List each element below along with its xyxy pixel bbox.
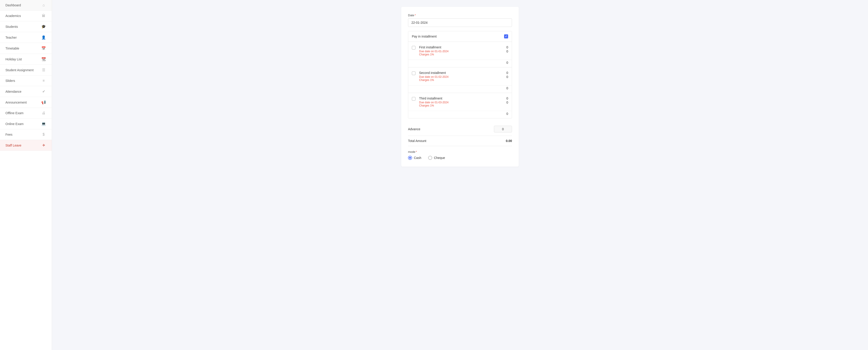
sidebar-item-label: Online Exam (5, 122, 41, 126)
first-installment-checkbox[interactable] (412, 46, 415, 50)
mode-field: mode* Cash Cheque (408, 150, 512, 160)
advance-row: Advance (408, 122, 512, 136)
sidebar-item-label: Offline Exam (5, 111, 41, 115)
date-input[interactable] (408, 18, 512, 27)
mode-options: Cash Cheque (408, 156, 512, 160)
second-installment-info: Second installment Due date on 01-02-202… (419, 71, 506, 82)
sidebar-item-label: Teacher (5, 36, 41, 39)
first-installment-amounts: 0 0 (506, 46, 508, 54)
total-amount-label: Total Amount (408, 139, 426, 143)
advance-input[interactable] (494, 126, 512, 133)
third-installment-title: Third installment (419, 96, 506, 100)
pay-installment-label: Pay in installment (412, 35, 437, 38)
second-installment-title: Second installment (419, 71, 506, 75)
sidebar-item-offline-exam[interactable]: Offline Exam 🖨 (0, 108, 52, 118)
total-amount-value: 0.00 (506, 139, 512, 143)
pay-installment-row: Pay in installment (408, 31, 512, 42)
sidebar-item-online-exam[interactable]: Online Exam 💻 (0, 118, 52, 129)
third-installment-due: Due date on 01-03-2024 (419, 101, 506, 104)
third-installment-checkbox[interactable] (412, 97, 415, 100)
sidebar-item-students[interactable]: Students 🎓 (0, 21, 52, 32)
third-installment-total-row: 0 (408, 111, 512, 118)
timetable-icon: 📅 (41, 46, 46, 51)
date-field-group: Date* (408, 13, 512, 27)
sidebar-item-label: Holiday List (5, 57, 41, 61)
sidebar-item-label: Student Assignment (5, 68, 41, 72)
second-installment-row: Second installment Due date on 01-02-202… (408, 67, 512, 85)
sidebar-item-label: Announcement (5, 100, 41, 104)
first-installment-total-row: 0 (408, 60, 512, 67)
students-icon: 🎓 (41, 24, 46, 29)
second-installment-amounts: 0 0 (506, 71, 508, 79)
mode-cheque-option[interactable]: Cheque (428, 156, 445, 160)
sidebar-item-fees[interactable]: Fees $ (0, 129, 52, 140)
sidebar-item-staff-leave[interactable]: Staff Leave ✈ (0, 140, 52, 151)
mode-cheque-label: Cheque (434, 156, 445, 159)
attendance-icon: ✔ (41, 89, 46, 94)
first-installment-info: First installment Due date on 01-01-2024… (419, 46, 506, 56)
sidebar-item-dashboard[interactable]: Dashboard ⌂ (0, 0, 52, 11)
student-assignment-icon: ☰ (41, 68, 46, 72)
sidebar-item-label: Academics (5, 14, 41, 18)
sidebar-item-attendance[interactable]: Attendance ✔ (0, 86, 52, 97)
staff-leave-icon: ✈ (41, 143, 46, 147)
first-installment-row: First installment Due date on 01-01-2024… (408, 42, 512, 60)
third-installment-row: Third installment Due date on 01-03-2024… (408, 93, 512, 111)
total-amount-row: Total Amount 0.00 (408, 136, 512, 146)
offline-exam-icon: 🖨 (41, 111, 46, 115)
sidebar-item-holiday-list[interactable]: Holiday List 📆 (0, 54, 52, 65)
first-installment-title: First installment (419, 46, 506, 49)
sidebar-item-label: Sliders (5, 79, 41, 83)
second-installment-charges: Charges 1% (419, 79, 506, 82)
third-installment-charges: Charges 1% (419, 104, 506, 107)
first-installment-charges: Charges 1% (419, 53, 506, 56)
sidebar-item-sliders[interactable]: Sliders ≡ (0, 76, 52, 86)
sliders-icon: ≡ (41, 79, 46, 83)
sidebar-item-student-assignment[interactable]: Student Assignment ☰ (0, 65, 52, 76)
holiday-list-icon: 📆 (41, 57, 46, 61)
fees-form: Date* Pay in installment First installme… (401, 7, 519, 167)
dashboard-icon: ⌂ (41, 3, 46, 7)
sidebar-item-announcement[interactable]: Announcement 📢 (0, 97, 52, 108)
sidebar-item-timetable[interactable]: Timetable 📅 (0, 43, 52, 54)
fees-icon: $ (41, 133, 46, 137)
sidebar-item-label: Fees (5, 133, 41, 136)
pay-installment-checkbox[interactable] (504, 34, 508, 38)
mode-label: mode* (408, 150, 512, 153)
sidebar-item-label: Attendance (5, 90, 41, 93)
advance-label: Advance (408, 127, 420, 131)
second-installment-checkbox[interactable] (412, 71, 415, 75)
academics-icon: 🏛 (41, 14, 46, 18)
date-label: Date* (408, 13, 512, 17)
second-installment-total-row: 0 (408, 85, 512, 93)
online-exam-icon: 💻 (41, 122, 46, 126)
sidebar-item-label: Dashboard (5, 3, 41, 7)
first-installment-due: Due date on 01-01-2024 (419, 50, 506, 53)
mode-cash-option[interactable]: Cash (408, 156, 421, 160)
sidebar-item-label: Timetable (5, 47, 41, 50)
sidebar: Dashboard ⌂ Academics 🏛 Students 🎓 Teach… (0, 0, 52, 350)
mode-cash-radio[interactable] (408, 156, 412, 160)
announcement-icon: 📢 (41, 100, 46, 105)
installment-section: Pay in installment First installment Due… (408, 31, 512, 118)
second-installment-due: Due date on 01-02-2024 (419, 75, 506, 79)
main-content: Date* Pay in installment First installme… (52, 0, 868, 350)
sidebar-item-teacher[interactable]: Teacher 👤 (0, 32, 52, 43)
third-installment-info: Third installment Due date on 01-03-2024… (419, 96, 506, 107)
sidebar-item-label: Staff Leave (5, 144, 41, 147)
mode-cash-label: Cash (414, 156, 421, 159)
teacher-icon: 👤 (41, 35, 46, 39)
mode-cheque-radio[interactable] (428, 156, 432, 160)
sidebar-item-label: Students (5, 25, 41, 28)
third-installment-amounts: 0 0 (506, 96, 508, 105)
sidebar-item-academics[interactable]: Academics 🏛 (0, 11, 52, 21)
